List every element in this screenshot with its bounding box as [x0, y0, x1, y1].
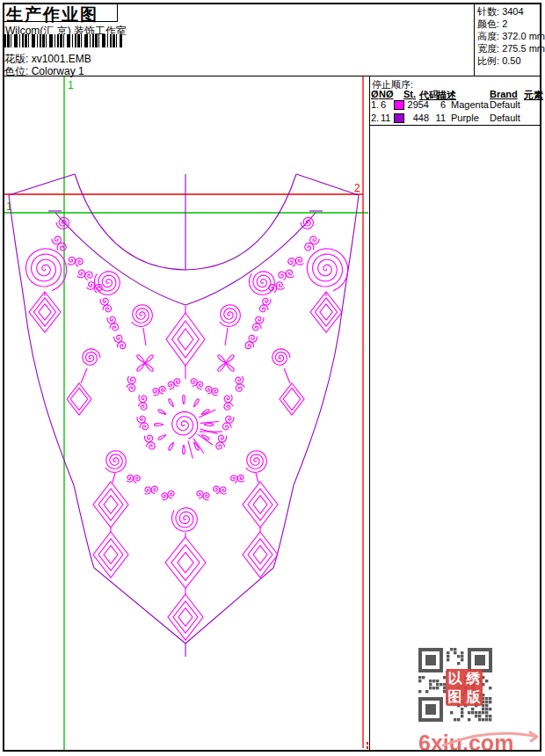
col-needle: NØ — [379, 89, 394, 99]
pattern-label: 花版: — [4, 53, 28, 65]
table-bottom-border — [369, 125, 541, 126]
col-element: 元素 — [524, 89, 543, 102]
panel-divider — [369, 76, 370, 752]
embroidery-ornaments — [25, 217, 347, 640]
col-brand: Brand — [490, 89, 518, 99]
left-shoulder-line — [9, 174, 75, 195]
stat-height: 高度: 372.0 mm — [477, 30, 545, 43]
guide-label-green-top: 1 — [68, 79, 74, 91]
stat-width: 宽度: 275.5 mm — [477, 42, 545, 55]
row2-seq: 2. — [371, 113, 379, 123]
col-stitches: St. — [403, 89, 416, 99]
row1-code: 6 — [428, 99, 446, 110]
row1-needle: 6 — [381, 99, 386, 110]
stat-scale: 比例: 0.50 — [477, 55, 521, 68]
stamp-char: 图 — [448, 690, 462, 704]
stamp-char: 以 — [448, 672, 462, 686]
right-side-seam — [185, 195, 359, 643]
stamp-char: 版 — [467, 690, 481, 704]
row1-seq: 1. — [371, 99, 379, 110]
row1-description: Magenta — [451, 99, 489, 110]
stat-colors: 颜色: 2 — [477, 18, 507, 31]
guide-label-red: 2 — [354, 182, 360, 194]
stat-stitches: 针数: 3404 — [477, 5, 524, 18]
left-side-seam — [9, 195, 185, 643]
row2-description: Purple — [451, 113, 479, 123]
stamp-char: 绣 — [467, 672, 481, 686]
watermark-swoosh — [417, 724, 545, 754]
design-canvas: 1 1 2 — [3, 76, 369, 752]
row1-stitches: 2954 — [400, 99, 429, 110]
row2-code: 11 — [428, 113, 446, 123]
watermark: 6xiu.com — [417, 724, 545, 754]
barcode — [4, 34, 122, 47]
row2-stitches: 448 — [400, 113, 429, 123]
pattern-value: xv1001.EMB — [32, 53, 91, 65]
col-hash: Ø — [371, 89, 379, 99]
red-seal-stamp: 以 绣 图 版 — [446, 669, 483, 706]
row2-brand: Default — [490, 113, 520, 123]
stats-divider — [474, 3, 475, 76]
row1-brand: Default — [490, 99, 520, 110]
red-end-mark — [367, 742, 368, 745]
right-shoulder-line — [296, 174, 359, 195]
red-end-mark — [367, 746, 368, 749]
row2-needle: 11 — [381, 113, 390, 123]
